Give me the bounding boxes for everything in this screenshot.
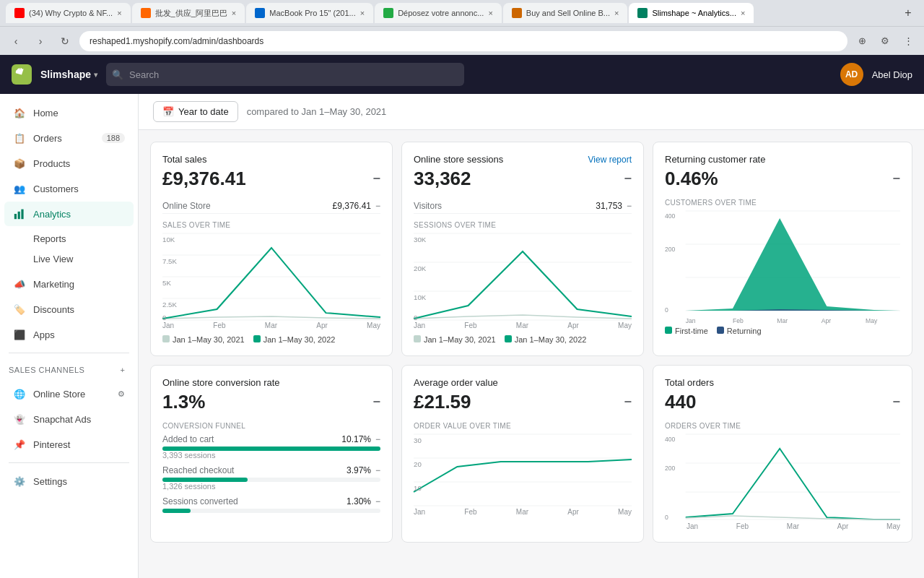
total-sales-value: £9,376.41 − <box>162 168 380 190</box>
sidebar-item-pinterest[interactable]: 📌 Pinterest <box>4 432 134 457</box>
sidebar-item-customers[interactable]: 👥 Customers <box>4 176 134 201</box>
returning-rate-collapse[interactable]: − <box>892 171 900 186</box>
sidebar: 🏠 Home 📋 Orders 188 📦 Products 👥 Custome… <box>0 94 139 578</box>
svg-text:Apr: Apr <box>821 317 831 324</box>
tab-close-3[interactable]: × <box>360 9 365 17</box>
svg-text:0: 0 <box>414 314 417 322</box>
extensions-button[interactable]: ⚙ <box>875 31 895 51</box>
svg-text:200: 200 <box>665 246 675 253</box>
shopify-header: Slimshape ▾ 🔍 AD Abel Diop <box>0 55 924 94</box>
sidebar-item-live-view[interactable]: Live View <box>4 249 134 269</box>
conversion-collapse[interactable]: − <box>372 394 380 410</box>
products-icon: 📦 <box>13 157 26 170</box>
tabs-container: (34) Why Crypto & NF... × 批发_供应_阿里巴巴 × M… <box>6 3 894 23</box>
svg-text:10K: 10K <box>414 294 427 301</box>
svg-text:200: 200 <box>665 465 675 472</box>
sidebar-item-discounts[interactable]: 🏷️ Discounts <box>4 297 134 322</box>
sidebar-item-apps[interactable]: ⬛ Apps <box>4 322 134 347</box>
home-icon: 🏠 <box>13 106 26 119</box>
more-button[interactable]: ⋮ <box>898 31 918 51</box>
svg-text:5K: 5K <box>162 280 172 287</box>
sidebar-item-online-store[interactable]: 🌐 Online Store ⚙ <box>4 381 134 406</box>
analytics-icon <box>13 207 26 220</box>
new-tab-button[interactable]: + <box>898 3 918 23</box>
funnel-checkout: Reached checkout 3.97% − 1,326 sessions <box>162 465 380 491</box>
sidebar-item-marketing[interactable]: 📣 Marketing <box>4 272 134 296</box>
tab-title-4: Déposez votre annonc... <box>398 9 484 17</box>
svg-text:2.5K: 2.5K <box>162 301 178 309</box>
sessions-value: 33,362 − <box>414 168 632 190</box>
browser-tab-5[interactable]: Buy and Sell Online B... × <box>503 3 628 23</box>
svg-text:7.5K: 7.5K <box>162 258 178 265</box>
order-value-chart-label: ORDER VALUE OVER TIME <box>414 422 632 430</box>
sidebar-item-orders[interactable]: 📋 Orders 188 <box>4 126 134 150</box>
sales-channels-title: Sales channels + <box>0 359 138 381</box>
tab-close-1[interactable]: × <box>117 9 121 17</box>
sidebar-label-analytics: Analytics <box>33 209 71 220</box>
sidebar-label-products: Products <box>33 158 70 169</box>
tab-close-2[interactable]: × <box>232 9 236 17</box>
sidebar-label-online-store: Online Store <box>33 389 85 400</box>
browser-tab-4[interactable]: Déposez votre annonc... × <box>375 3 502 23</box>
funnel-converted: Sessions converted 1.30% − <box>162 496 380 513</box>
funnel-bar-3 <box>162 509 191 513</box>
sidebar-item-home[interactable]: 🏠 Home <box>4 100 134 125</box>
total-orders-collapse[interactable]: − <box>892 394 900 410</box>
avg-order-collapse[interactable]: − <box>624 394 632 410</box>
refresh-button[interactable]: ↻ <box>55 31 75 51</box>
browser-tab-bar: (34) Why Crypto & NF... × 批发_供应_阿里巴巴 × M… <box>0 0 924 26</box>
total-orders-value: 440 − <box>665 391 900 413</box>
sidebar-item-snapchat[interactable]: 👻 Snapchat Ads <box>4 407 134 431</box>
browser-tab-3[interactable]: MacBook Pro 15" (201... × <box>246 3 373 23</box>
online-store-minus[interactable]: − <box>375 201 380 211</box>
returning-rate-card: Returning customer rate 0.46% − CUSTOMER… <box>653 142 912 356</box>
orders-icon: 📋 <box>13 131 26 144</box>
back-button[interactable]: ‹ <box>6 31 26 51</box>
browser-tab-6[interactable]: Slimshape ~ Analytics... × <box>629 3 754 23</box>
browser-tab-2[interactable]: 批发_供应_阿里巴巴 × <box>132 3 245 23</box>
date-range-button[interactable]: 📅 Year to date <box>153 101 238 122</box>
total-sales-collapse[interactable]: − <box>372 171 380 186</box>
avg-order-axis: Jan Feb Mar Apr May <box>414 508 632 516</box>
bookmark-button[interactable]: ⊕ <box>852 31 872 51</box>
funnel-sessions-1: 3,393 sessions <box>162 451 380 460</box>
sessions-chart-label: SESSIONS OVER TIME <box>414 221 632 229</box>
sidebar-label-home: Home <box>33 108 58 118</box>
sidebar-item-products[interactable]: 📦 Products <box>4 151 134 176</box>
returning-legend: First-time Returning <box>665 327 900 335</box>
online-sessions-card: Online store sessions View report 33,362… <box>401 142 644 356</box>
sidebar-label-orders: Orders <box>33 133 62 144</box>
tab-close-4[interactable]: × <box>488 9 492 17</box>
address-input[interactable]: reshaped1.myshopify.com/admin/dashboards <box>79 31 847 51</box>
date-range-label: Year to date <box>178 106 229 117</box>
svg-rect-2 <box>21 210 23 220</box>
sessions-collapse[interactable]: − <box>624 171 632 186</box>
view-report-link[interactable]: View report <box>588 155 632 165</box>
sidebar-item-reports[interactable]: Reports <box>4 229 134 249</box>
sidebar-item-analytics[interactable]: Analytics <box>4 202 134 226</box>
discounts-icon: 🏷️ <box>13 303 26 316</box>
tab-close-6[interactable]: × <box>741 9 745 17</box>
store-name[interactable]: Slimshape ▾ <box>40 69 97 80</box>
analytics-submenu: Reports Live View <box>0 227 138 271</box>
svg-text:30K: 30K <box>414 236 427 243</box>
browser-tab-1[interactable]: (34) Why Crypto & NF... × <box>6 3 131 23</box>
search-input[interactable] <box>106 63 464 86</box>
sales-chart-label: SALES OVER TIME <box>162 221 380 229</box>
online-store-settings-icon[interactable]: ⚙ <box>118 389 125 399</box>
search-icon: 🔍 <box>112 69 123 80</box>
svg-marker-25 <box>686 218 900 311</box>
tab-close-5[interactable]: × <box>614 9 619 17</box>
forward-button[interactable]: › <box>30 31 51 51</box>
add-sales-channel-button[interactable]: + <box>116 363 129 376</box>
sidebar-item-settings[interactable]: ⚙️ Settings <box>4 469 134 493</box>
conversion-title: Online store conversion rate <box>162 377 380 388</box>
tab-favicon-1 <box>14 8 25 18</box>
orders-chart: 400 200 0 <box>665 434 900 521</box>
visitors-minus[interactable]: − <box>627 201 632 211</box>
avg-order-title: Average order value <box>414 377 632 388</box>
sessions-title: Online store sessions View report <box>414 154 632 165</box>
svg-text:10K: 10K <box>162 236 175 243</box>
browser-actions: ⊕ ⚙ ⋮ <box>852 31 918 51</box>
customers-chart: 400 200 0 Jan Feb Mar Apr May <box>665 211 900 312</box>
